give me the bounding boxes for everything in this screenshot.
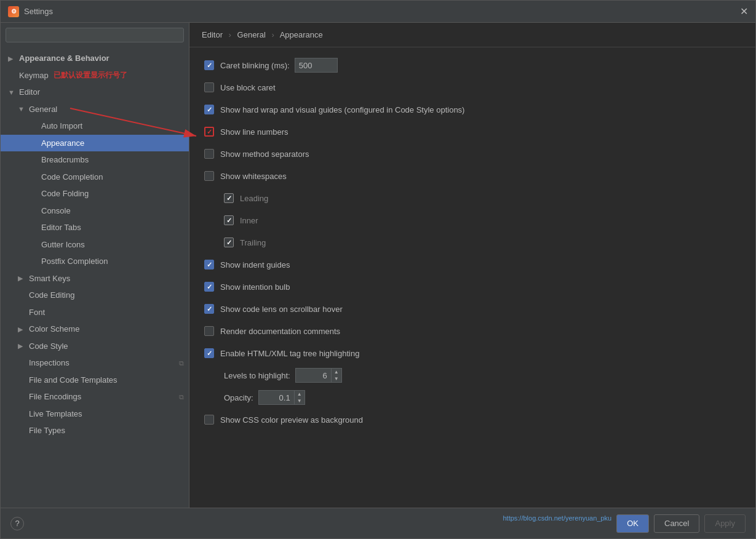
opacity-input[interactable] — [258, 390, 294, 405]
sidebar-item-gutter-icons[interactable]: Gutter Icons — [1, 236, 189, 254]
render-documentation-checkbox[interactable] — [204, 326, 214, 336]
use-block-caret-label: Use block caret — [220, 83, 276, 92]
opacity-spinner: ▲ ▼ — [258, 390, 305, 405]
sidebar-item-inspections[interactable]: Inspections ⧉ — [1, 354, 189, 372]
use-block-caret-checkbox[interactable] — [204, 82, 214, 92]
show-intention-bulb-row: Show intention bulb — [204, 279, 741, 295]
apply-button[interactable]: Apply — [704, 514, 746, 533]
sidebar-item-keymap[interactable]: Keymap 已默认设置显示行号了 — [1, 67, 189, 84]
sidebar-item-code-style[interactable]: ▶ Code Style — [1, 338, 189, 355]
sidebar-item-file-encodings[interactable]: File Encodings ⧉ — [1, 388, 189, 405]
sidebar-item-editor[interactable]: ▼ Editor — [1, 84, 189, 101]
show-method-separators-label: Show method separators — [220, 150, 309, 159]
show-css-checkbox[interactable] — [204, 415, 214, 425]
opacity-up-button[interactable]: ▲ — [295, 391, 304, 397]
sidebar-item-code-folding[interactable]: Code Folding — [1, 185, 189, 202]
sidebar-item-appearance-behavior[interactable]: ▶ Appearance & Behavior — [1, 50, 189, 67]
search-input[interactable] — [6, 28, 184, 42]
window-title: Settings — [24, 7, 740, 16]
main-panel: Editor › General › Appearance Caret blin… — [189, 23, 755, 508]
footer-left: ? — [10, 517, 24, 530]
chevron-down-icon: ▼ — [18, 104, 26, 114]
enable-html-row: Enable HTML/XML tag tree highlighting — [204, 345, 741, 361]
sidebar-item-console[interactable]: Console — [1, 202, 189, 220]
close-button[interactable]: ✕ — [740, 6, 748, 17]
sidebar-item-code-completion[interactable]: Code Completion — [1, 169, 189, 186]
settings-window: ⚙ Settings ✕ ▶ Appearance & Behavior Key… — [0, 0, 756, 539]
sidebar-item-color-scheme[interactable]: ▶ Color Scheme — [1, 321, 189, 338]
levels-input[interactable] — [295, 368, 331, 383]
sidebar-item-general[interactable]: ▼ General — [1, 101, 189, 118]
opacity-row: Opacity: ▲ ▼ — [224, 389, 741, 405]
sidebar-item-breadcrumbs[interactable]: Breadcrumbs — [1, 151, 189, 169]
levels-down-button[interactable]: ▼ — [332, 375, 341, 382]
enable-html-label: Enable HTML/XML tag tree highlighting — [220, 349, 359, 358]
show-line-numbers-label: Show line numbers — [220, 127, 288, 137]
levels-row: Levels to highlight: ▲ ▼ — [224, 367, 741, 383]
chevron-right-icon: ▶ — [18, 273, 26, 284]
trailing-checkbox[interactable] — [224, 238, 234, 247]
app-icon: ⚙ — [8, 6, 19, 17]
leading-checkbox[interactable] — [224, 193, 234, 203]
sidebar-item-editor-tabs[interactable]: Editor Tabs — [1, 219, 189, 236]
show-line-numbers-row: Show line numbers — [204, 124, 741, 140]
chevron-right-icon: ▶ — [18, 341, 26, 351]
help-button[interactable]: ? — [10, 517, 24, 530]
opacity-spinner-buttons: ▲ ▼ — [294, 390, 305, 405]
show-code-lens-checkbox[interactable] — [204, 304, 214, 314]
inner-checkbox[interactable] — [224, 215, 234, 225]
sidebar-item-font[interactable]: Font — [1, 304, 189, 321]
sidebar-item-live-templates[interactable]: Live Templates — [1, 405, 189, 423]
show-indent-guides-checkbox[interactable] — [204, 260, 214, 270]
trailing-row: Trailing — [224, 234, 741, 250]
content-area: ▶ Appearance & Behavior Keymap 已默认设置显示行号… — [1, 23, 755, 508]
show-whitespaces-row: Show whitespaces — [204, 168, 741, 184]
show-whitespaces-label: Show whitespaces — [220, 172, 287, 181]
show-css-row: Show CSS color preview as background — [204, 412, 741, 428]
show-intention-bulb-checkbox[interactable] — [204, 282, 214, 292]
sidebar-item-smart-keys[interactable]: ▶ Smart Keys — [1, 270, 189, 287]
show-hard-wrap-row: Show hard wrap and visual guides (config… — [204, 102, 741, 118]
copy-icon: ⧉ — [179, 358, 184, 369]
footer: ? https://blog.csdn.net/yerenyuan_pku OK… — [1, 508, 755, 538]
leading-row: Leading — [224, 190, 741, 206]
inner-label: Inner — [240, 216, 258, 225]
show-line-numbers-checkbox[interactable] — [204, 127, 214, 137]
enable-html-checkbox[interactable] — [204, 348, 214, 358]
sidebar-item-postfix-completion[interactable]: Postfix Completion — [1, 253, 189, 270]
chevron-right-icon: ▶ — [8, 54, 17, 64]
opacity-down-button[interactable]: ▼ — [295, 397, 304, 404]
show-code-lens-label: Show code lens on scrollbar hover — [220, 305, 343, 314]
opacity-label: Opacity: — [224, 393, 253, 402]
show-method-separators-checkbox[interactable] — [204, 149, 214, 159]
sidebar-item-file-code-templates[interactable]: File and Code Templates — [1, 372, 189, 389]
caret-blinking-label: Caret blinking (ms): — [220, 61, 290, 70]
breadcrumb: Editor › General › Appearance — [189, 23, 755, 47]
sidebar-item-auto-import[interactable]: Auto Import — [1, 118, 189, 135]
ok-button[interactable]: OK — [616, 514, 649, 533]
levels-spinner: ▲ ▼ — [295, 368, 342, 383]
show-indent-guides-row: Show indent guides — [204, 257, 741, 273]
sidebar-item-appearance[interactable]: Appearance — [1, 135, 189, 152]
render-documentation-row: Render documentation comments — [204, 323, 741, 339]
show-hard-wrap-checkbox[interactable] — [204, 105, 214, 114]
spinner-buttons: ▲ ▼ — [331, 368, 342, 383]
show-code-lens-row: Show code lens on scrollbar hover — [204, 301, 741, 317]
chevron-right-icon: ▶ — [18, 324, 26, 335]
trailing-label: Trailing — [240, 238, 266, 247]
footer-right: https://blog.csdn.net/yerenyuan_pku OK C… — [503, 514, 746, 533]
sidebar-tree: ▶ Appearance & Behavior Keymap 已默认设置显示行号… — [1, 47, 189, 508]
sidebar-item-code-editing[interactable]: Code Editing — [1, 287, 189, 304]
cancel-button[interactable]: Cancel — [654, 514, 699, 533]
leading-label: Leading — [240, 194, 268, 203]
show-intention-bulb-label: Show intention bulb — [220, 282, 290, 292]
sidebar: ▶ Appearance & Behavior Keymap 已默认设置显示行号… — [1, 23, 189, 508]
sidebar-item-file-types[interactable]: File Types — [1, 422, 189, 439]
show-hard-wrap-label: Show hard wrap and visual guides (config… — [220, 105, 464, 114]
show-method-separators-row: Show method separators — [204, 146, 741, 162]
caret-blinking-checkbox[interactable] — [204, 60, 214, 70]
show-whitespaces-checkbox[interactable] — [204, 171, 214, 181]
caret-blinking-input[interactable] — [295, 58, 338, 73]
levels-up-button[interactable]: ▲ — [332, 369, 341, 375]
render-documentation-label: Render documentation comments — [220, 327, 340, 336]
